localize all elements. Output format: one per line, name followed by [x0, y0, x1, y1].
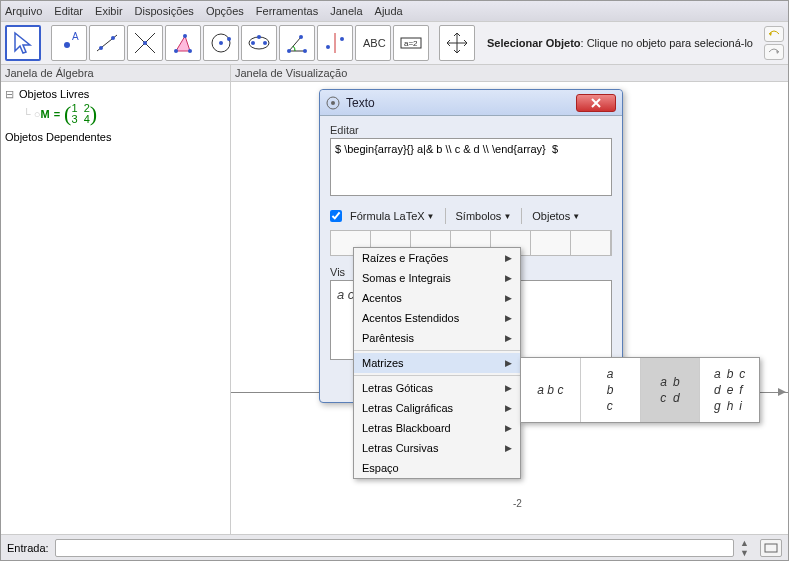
svg-marker-8 [176, 36, 190, 51]
menubar: Arquivo Editar Exibir Disposições Opções… [1, 1, 788, 21]
svg-point-9 [174, 49, 178, 53]
latex-submenu: Raízes e Frações▶ Somas e Integrais▶ Ace… [353, 247, 521, 479]
graphics-panel-title: Janela de Visualização [231, 65, 788, 81]
submenu-raizes[interactable]: Raízes e Frações▶ [354, 248, 520, 268]
menu-editar[interactable]: Editar [54, 5, 83, 17]
menu-exibir[interactable]: Exibir [95, 5, 123, 17]
chevron-right-icon: ▶ [505, 253, 512, 263]
dialog-titlebar[interactable]: Texto [320, 90, 622, 116]
latex-checkbox[interactable] [330, 210, 342, 222]
svg-point-32 [331, 101, 335, 105]
tool-hint: Selecionar Objeto: Clique no objeto para… [477, 37, 760, 49]
submenu-blackboard[interactable]: Letras Blackboard▶ [354, 418, 520, 438]
svg-text:A: A [72, 31, 79, 42]
chevron-right-icon: ▶ [505, 358, 512, 368]
submenu-cursivas[interactable]: Letras Cursivas▶ [354, 438, 520, 458]
input-history-spinner[interactable]: ▲▼ [740, 538, 754, 558]
symbols-dropdown[interactable]: Símbolos▼ [454, 209, 514, 223]
tool-line[interactable] [89, 25, 125, 61]
submenu-espaco[interactable]: Espaço [354, 458, 520, 478]
svg-point-13 [219, 41, 223, 45]
submenu-matrizes[interactable]: Matrizes▶ [354, 353, 520, 373]
input-bar: Entrada: ▲▼ [1, 534, 788, 560]
submenu-caligraficas[interactable]: Letras Caligráficas▶ [354, 398, 520, 418]
svg-point-3 [99, 46, 103, 50]
toolbar: A ABC a=2 Selecionar Objeto: Clique no o… [1, 21, 788, 65]
svg-point-20 [303, 49, 307, 53]
algebra-panel-title: Janela de Álgebra [1, 65, 231, 81]
svg-point-19 [287, 49, 291, 53]
tick-neg2: -2 [513, 498, 522, 509]
dialog-icon [326, 96, 340, 110]
svg-point-7 [143, 41, 147, 45]
free-objects-label: Objetos Livres [19, 88, 89, 100]
svg-rect-28 [765, 544, 777, 552]
matrix-option-3x1[interactable]: abc [581, 358, 641, 422]
svg-point-10 [188, 49, 192, 53]
menu-opcoes[interactable]: Opções [206, 5, 244, 17]
tool-perpendicular[interactable] [127, 25, 163, 61]
input-label: Entrada: [7, 542, 49, 554]
matrix-flyout: a b c abc ab cd abc def ghi [520, 357, 760, 423]
tool-angle[interactable] [279, 25, 315, 61]
svg-point-11 [183, 34, 187, 38]
tool-text[interactable]: ABC [355, 25, 391, 61]
submenu-somas[interactable]: Somas e Integrais▶ [354, 268, 520, 288]
submenu-acentos[interactable]: Acentos▶ [354, 288, 520, 308]
submenu-acentos-ext[interactable]: Acentos Estendidos▶ [354, 308, 520, 328]
dialog-title: Texto [346, 96, 576, 110]
menu-ajuda[interactable]: Ajuda [375, 5, 403, 17]
menu-disposicoes[interactable]: Disposições [135, 5, 194, 17]
svg-point-21 [299, 35, 303, 39]
submenu-goticas[interactable]: Letras Góticas▶ [354, 378, 520, 398]
chevron-right-icon: ▶ [505, 293, 512, 303]
menu-arquivo[interactable]: Arquivo [5, 5, 42, 17]
chevron-down-icon: ▼ [572, 212, 580, 221]
objects-dropdown[interactable]: Objetos▼ [530, 209, 582, 223]
tool-ellipse[interactable] [241, 25, 277, 61]
chevron-right-icon: ▶ [505, 313, 512, 323]
menu-janela[interactable]: Janela [330, 5, 362, 17]
svg-point-14 [227, 37, 231, 41]
chevron-down-icon: ▼ [503, 212, 511, 221]
x-axis-arrow-icon [778, 388, 786, 396]
tool-move[interactable] [5, 25, 41, 61]
svg-point-0 [64, 42, 70, 48]
chevron-right-icon: ▶ [505, 443, 512, 453]
chevron-down-icon: ▼ [427, 212, 435, 221]
dependent-objects-label: Objetos Dependentes [5, 131, 111, 143]
chevron-right-icon: ▶ [505, 333, 512, 343]
svg-point-4 [111, 36, 115, 40]
svg-point-24 [340, 37, 344, 41]
command-input[interactable] [55, 539, 734, 557]
algebra-panel: ⊟ Objetos Livres └ ○ M = ( 1 2 3 4 ) Obj… [1, 82, 231, 537]
matrix-option-2x2[interactable]: ab cd [641, 358, 701, 422]
matrix-name[interactable]: M [41, 108, 50, 120]
tool-point[interactable]: A [51, 25, 87, 61]
tool-move-view[interactable] [439, 25, 475, 61]
tool-slider[interactable]: a=2 [393, 25, 429, 61]
latex-dropdown[interactable]: Fórmula LaTeX▼ [348, 209, 437, 223]
chevron-right-icon: ▶ [505, 403, 512, 413]
svg-text:ABC: ABC [363, 37, 386, 49]
matrix-option-3x3[interactable]: abc def ghi [700, 358, 759, 422]
svg-point-17 [263, 41, 267, 45]
virtual-keyboard-button[interactable] [760, 539, 782, 557]
redo-button[interactable] [764, 44, 784, 60]
latex-textarea[interactable]: $ \begin{array}{} a|& b \\ c & d \\ \end… [330, 138, 612, 196]
svg-text:a=2: a=2 [404, 39, 418, 48]
menu-ferramentas[interactable]: Ferramentas [256, 5, 318, 17]
tool-polygon[interactable] [165, 25, 201, 61]
svg-point-16 [251, 41, 255, 45]
svg-point-18 [257, 35, 261, 39]
undo-button[interactable] [764, 26, 784, 42]
tree-toggle-icon[interactable]: ⊟ [5, 88, 14, 100]
chevron-right-icon: ▶ [505, 273, 512, 283]
tool-reflect[interactable] [317, 25, 353, 61]
tool-circle[interactable] [203, 25, 239, 61]
matrix-option-1x3[interactable]: a b c [521, 358, 581, 422]
submenu-parentesis[interactable]: Parêntesis▶ [354, 328, 520, 348]
svg-point-23 [326, 45, 330, 49]
dialog-close-button[interactable] [576, 94, 616, 112]
chevron-right-icon: ▶ [505, 383, 512, 393]
